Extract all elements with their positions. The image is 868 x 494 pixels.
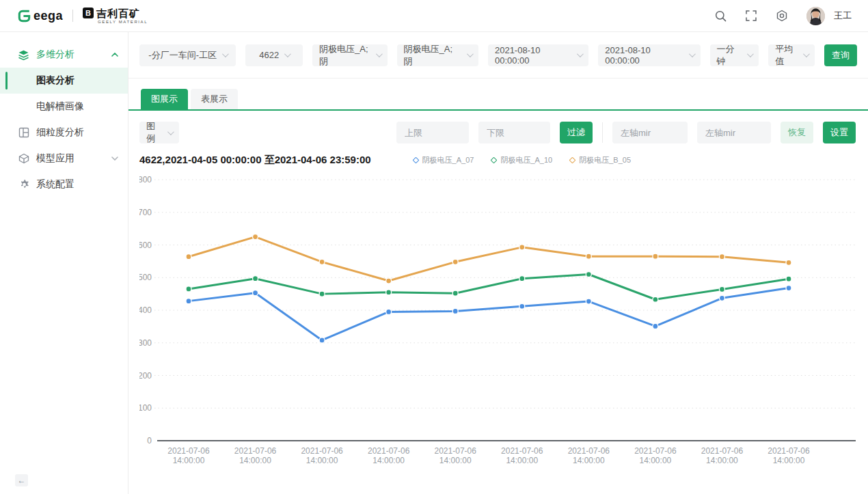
chevron-up-icon bbox=[111, 53, 118, 57]
query-button[interactable]: 查询 bbox=[824, 44, 857, 66]
chevron-down-icon bbox=[577, 51, 584, 57]
geega-g-icon bbox=[16, 8, 32, 24]
filter-value: -分厂一车间-工区 bbox=[148, 49, 217, 61]
legend-diamond-icon bbox=[412, 157, 419, 164]
data-point[interactable] bbox=[519, 276, 525, 282]
geega-logo: eega B 吉利百矿 GEELY MATERIAL bbox=[16, 8, 148, 24]
data-point[interactable] bbox=[452, 290, 458, 296]
data-point[interactable] bbox=[319, 338, 325, 343]
data-point[interactable] bbox=[653, 297, 658, 302]
filter-value: 4622 bbox=[259, 50, 279, 60]
filter-dropdown-metric-1[interactable]: 阴极电压_A; 阴 bbox=[312, 44, 388, 66]
geely-material-logo: B 吉利百矿 GEELY MATERIAL bbox=[83, 8, 148, 24]
axis-settings-button[interactable]: 设置 bbox=[823, 122, 856, 143]
data-point[interactable] bbox=[719, 286, 724, 292]
line-chart: 01002003004005006007008002021-07-0614:00… bbox=[139, 171, 868, 469]
tab-table-view[interactable]: 表展示 bbox=[191, 89, 238, 109]
data-point[interactable] bbox=[519, 245, 525, 250]
data-point[interactable] bbox=[786, 286, 791, 291]
data-point[interactable] bbox=[186, 254, 191, 260]
data-point[interactable] bbox=[653, 253, 658, 259]
chart-header: 4622,2021-04-05 00:00:00 至2021-04-06 23:… bbox=[139, 154, 856, 167]
chevron-down-icon bbox=[284, 51, 291, 57]
legend-item[interactable]: 阴极电压_B_05 bbox=[570, 155, 631, 165]
filter-value: 2021-08-10 00:00:00 bbox=[605, 45, 683, 66]
svg-text:2021-07-0614:00:00: 2021-07-0614:00:00 bbox=[701, 446, 744, 465]
legend-item[interactable]: 阴极电压_A_10 bbox=[491, 155, 552, 165]
svg-text:2021-07-0614:00:00: 2021-07-0614:00:00 bbox=[368, 446, 410, 465]
data-point[interactable] bbox=[319, 291, 325, 297]
left-axis-max-input[interactable] bbox=[697, 122, 771, 143]
vertical-divider bbox=[602, 122, 603, 143]
data-point[interactable] bbox=[253, 234, 258, 240]
filter-dropdown-start-time[interactable]: 2021-08-10 00:00:00 bbox=[488, 44, 588, 66]
username[interactable]: 王工 bbox=[834, 10, 852, 22]
chart-x-axis-labels: 2021-07-0614:00:002021-07-0614:00:002021… bbox=[167, 446, 810, 465]
data-point[interactable] bbox=[586, 253, 591, 259]
data-point[interactable] bbox=[786, 260, 791, 265]
data-point[interactable] bbox=[786, 276, 791, 282]
data-point[interactable] bbox=[519, 303, 525, 309]
filter-apply-button[interactable]: 过滤 bbox=[560, 122, 593, 143]
sidebar-item-system-config[interactable]: 系统配置 bbox=[0, 171, 128, 197]
filter-dropdown-metric-2[interactable]: 阴极电压_A; 阴 bbox=[397, 44, 478, 66]
data-point[interactable] bbox=[452, 259, 458, 264]
search-icon[interactable] bbox=[714, 10, 727, 22]
svg-text:200: 200 bbox=[139, 371, 152, 381]
upper-limit-input[interactable] bbox=[396, 122, 469, 143]
chart-controls: 图例 过滤 恢复 设置 bbox=[139, 122, 856, 143]
data-point[interactable] bbox=[452, 308, 458, 314]
filter-bar: -分厂一车间-工区 4622 阴极电压_A; 阴 阴极电压_A; 阴 2021-… bbox=[128, 32, 868, 79]
data-point[interactable] bbox=[586, 271, 591, 277]
data-point[interactable] bbox=[186, 286, 191, 292]
left-axis-min-input[interactable] bbox=[612, 122, 688, 143]
data-point[interactable] bbox=[253, 290, 258, 296]
sidebar-item-chart-analysis[interactable]: 图表分析 bbox=[0, 68, 128, 94]
sidebar-item-electrolyzer-profile[interactable]: 电解槽画像 bbox=[0, 94, 128, 120]
sidebar-item-label: 细粒度分析 bbox=[36, 126, 84, 139]
data-point[interactable] bbox=[386, 278, 392, 284]
settings-gear-icon[interactable] bbox=[776, 10, 788, 22]
data-point[interactable] bbox=[253, 276, 258, 282]
svg-text:2021-07-0614:00:00: 2021-07-0614:00:00 bbox=[634, 446, 677, 465]
sidebar-item-model-application[interactable]: 模型应用 bbox=[0, 146, 128, 171]
data-point[interactable] bbox=[319, 259, 325, 264]
sidebar-item-granularity-analysis[interactable]: 细粒度分析 bbox=[0, 120, 128, 146]
legend-dropdown[interactable]: 图例 bbox=[139, 122, 179, 143]
geely-mark-icon: B bbox=[83, 8, 94, 18]
svg-text:2021-07-0614:00:00: 2021-07-0614:00:00 bbox=[167, 446, 210, 465]
data-point[interactable] bbox=[719, 295, 724, 301]
sidebar-item-label: 多维分析 bbox=[36, 49, 74, 61]
filter-dropdown-end-time[interactable]: 2021-08-10 00:00:00 bbox=[598, 44, 700, 66]
legend-item[interactable]: 阴极电压_A_07 bbox=[413, 155, 474, 165]
chart-series bbox=[186, 271, 791, 302]
sidebar-collapse-button[interactable]: ← bbox=[15, 474, 28, 486]
filter-dropdown-area[interactable]: -分厂一车间-工区 bbox=[139, 44, 236, 66]
sidebar-subitem-label: 图表分析 bbox=[36, 74, 74, 87]
sidebar-item-multidim-analysis[interactable]: 多维分析 bbox=[0, 42, 128, 68]
data-point[interactable] bbox=[386, 309, 392, 314]
header-actions: 王工 bbox=[714, 7, 852, 25]
logo-divider bbox=[72, 10, 73, 22]
filter-dropdown-interval[interactable]: 一分钟 bbox=[710, 44, 759, 66]
cube-icon bbox=[18, 153, 29, 165]
svg-text:100: 100 bbox=[139, 403, 152, 413]
data-point[interactable] bbox=[586, 299, 591, 304]
avatar[interactable] bbox=[806, 7, 825, 25]
restore-button[interactable]: 恢复 bbox=[781, 122, 813, 143]
filter-dropdown-aggregation[interactable]: 平均值 bbox=[768, 44, 815, 66]
data-point[interactable] bbox=[653, 323, 658, 329]
svg-text:800: 800 bbox=[139, 175, 152, 184]
legend-label: 阴极电压_B_05 bbox=[579, 155, 631, 165]
fullscreen-icon[interactable] bbox=[745, 10, 757, 22]
filter-dropdown-cell[interactable]: 4622 bbox=[245, 44, 303, 66]
main-content: -分厂一车间-工区 4622 阴极电压_A; 阴 阴极电压_A; 阴 2021-… bbox=[128, 32, 868, 494]
layers-icon bbox=[18, 49, 29, 61]
lower-limit-input[interactable] bbox=[478, 122, 550, 143]
chevron-down-icon bbox=[803, 51, 810, 57]
tab-chart-view[interactable]: 图展示 bbox=[141, 89, 188, 109]
data-point[interactable] bbox=[186, 299, 191, 304]
data-point[interactable] bbox=[719, 254, 724, 260]
data-point[interactable] bbox=[386, 290, 392, 295]
chevron-down-icon bbox=[467, 51, 474, 57]
